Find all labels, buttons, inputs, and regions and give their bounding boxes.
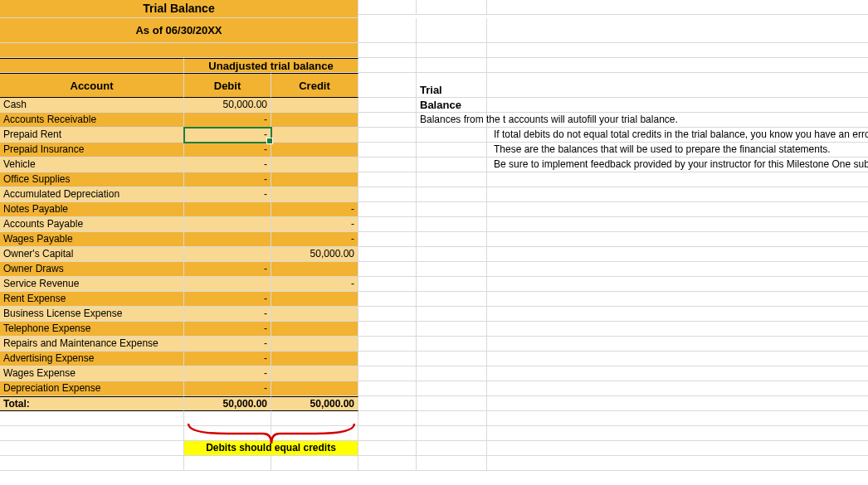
- empty-cell[interactable]: [417, 381, 487, 396]
- empty-cell[interactable]: [487, 366, 868, 381]
- empty-cell[interactable]: [358, 262, 417, 277]
- debit-cell[interactable]: -: [184, 113, 271, 128]
- account-name[interactable]: Wages Expense: [0, 366, 184, 381]
- debit-cell[interactable]: -: [184, 352, 271, 366]
- account-name[interactable]: Depreciation Expense: [0, 381, 184, 396]
- empty-cell[interactable]: [417, 307, 487, 322]
- empty-cell[interactable]: [271, 426, 358, 441]
- credit-cell[interactable]: [271, 307, 358, 322]
- empty-cell[interactable]: [417, 441, 487, 456]
- empty-cell[interactable]: [358, 0, 417, 15]
- empty-cell[interactable]: [358, 43, 417, 58]
- empty-cell[interactable]: [358, 202, 417, 217]
- empty-cell[interactable]: [487, 187, 868, 202]
- empty-cell[interactable]: [417, 18, 487, 43]
- account-name[interactable]: Notes Payable: [0, 202, 184, 217]
- empty-cell[interactable]: [487, 411, 868, 426]
- empty-cell[interactable]: [358, 441, 417, 456]
- credit-cell[interactable]: [271, 187, 358, 202]
- empty-cell[interactable]: [417, 396, 487, 411]
- empty-cell[interactable]: [358, 158, 417, 172]
- credit-cell[interactable]: [271, 366, 358, 381]
- empty-cell[interactable]: [417, 158, 487, 172]
- account-name[interactable]: Rent Expense: [0, 292, 184, 307]
- empty-cell[interactable]: [487, 247, 868, 262]
- empty-cell[interactable]: [184, 456, 271, 471]
- empty-cell[interactable]: [358, 426, 417, 441]
- empty-cell[interactable]: [487, 18, 868, 43]
- empty-cell[interactable]: [271, 411, 358, 426]
- credit-cell[interactable]: [271, 352, 358, 366]
- debit-cell[interactable]: [184, 202, 271, 217]
- empty-cell[interactable]: [417, 426, 487, 441]
- empty-cell[interactable]: [0, 441, 184, 456]
- empty-cell[interactable]: [417, 337, 487, 352]
- account-name[interactable]: Business License Expense: [0, 307, 184, 322]
- account-name[interactable]: Service Revenue: [0, 277, 184, 292]
- debit-cell[interactable]: -: [184, 381, 271, 396]
- empty-cell[interactable]: [417, 277, 487, 292]
- credit-cell[interactable]: -: [271, 232, 358, 247]
- empty-cell[interactable]: [417, 58, 487, 73]
- empty-cell[interactable]: [358, 352, 417, 366]
- debit-cell[interactable]: -: [184, 337, 271, 352]
- empty-cell[interactable]: [358, 456, 417, 471]
- empty-cell[interactable]: [417, 352, 487, 366]
- debit-cell[interactable]: -: [184, 322, 271, 337]
- empty-cell[interactable]: [417, 172, 487, 187]
- account-name[interactable]: Office Supplies: [0, 172, 184, 187]
- empty-cell[interactable]: [358, 143, 417, 158]
- empty-cell[interactable]: [184, 426, 271, 441]
- empty-cell[interactable]: [487, 322, 868, 337]
- empty-cell[interactable]: [417, 202, 487, 217]
- empty-cell[interactable]: [358, 172, 417, 187]
- debit-cell[interactable]: [184, 277, 271, 292]
- account-name[interactable]: Owner's Capital: [0, 247, 184, 262]
- empty-cell[interactable]: [487, 202, 868, 217]
- debit-cell[interactable]: -: [184, 262, 271, 277]
- debit-cell[interactable]: [184, 247, 271, 262]
- account-name[interactable]: Accounts Receivable: [0, 113, 184, 128]
- empty-cell[interactable]: [358, 411, 417, 426]
- credit-cell[interactable]: -: [271, 217, 358, 232]
- debit-cell[interactable]: 50,000.00: [184, 98, 271, 113]
- credit-cell[interactable]: [271, 262, 358, 277]
- empty-cell[interactable]: [487, 337, 868, 352]
- debit-cell[interactable]: -: [184, 172, 271, 187]
- empty-cell[interactable]: [417, 43, 487, 58]
- empty-cell[interactable]: [358, 247, 417, 262]
- credit-cell[interactable]: [271, 143, 358, 158]
- empty-cell[interactable]: [271, 456, 358, 471]
- empty-cell[interactable]: [358, 381, 417, 396]
- empty-cell[interactable]: [358, 292, 417, 307]
- empty-cell[interactable]: [358, 232, 417, 247]
- account-name[interactable]: Owner Draws: [0, 262, 184, 277]
- empty-cell[interactable]: [487, 277, 868, 292]
- account-name[interactable]: Wages Payable: [0, 232, 184, 247]
- empty-cell[interactable]: [487, 232, 868, 247]
- empty-cell[interactable]: [417, 143, 487, 158]
- empty-cell[interactable]: [358, 58, 417, 73]
- empty-cell[interactable]: [417, 232, 487, 247]
- empty-cell[interactable]: [358, 396, 417, 411]
- empty-cell[interactable]: [358, 18, 417, 43]
- empty-cell[interactable]: [417, 217, 487, 232]
- empty-cell[interactable]: [487, 43, 868, 58]
- empty-cell[interactable]: [0, 456, 184, 471]
- debit-cell[interactable]: -: [184, 366, 271, 381]
- empty-cell[interactable]: [487, 172, 868, 187]
- empty-cell[interactable]: [487, 0, 868, 15]
- credit-cell[interactable]: [271, 337, 358, 352]
- account-name[interactable]: Repairs and Maintenance Expense: [0, 337, 184, 352]
- empty-cell[interactable]: [358, 187, 417, 202]
- empty-cell[interactable]: [358, 307, 417, 322]
- credit-cell[interactable]: [271, 158, 358, 172]
- empty-cell[interactable]: [417, 322, 487, 337]
- credit-cell[interactable]: -: [271, 202, 358, 217]
- empty-cell[interactable]: [487, 456, 868, 471]
- empty-cell[interactable]: [487, 307, 868, 322]
- empty-cell[interactable]: [487, 426, 868, 441]
- account-name[interactable]: Accumulated Depreciation: [0, 187, 184, 202]
- empty-cell[interactable]: [0, 426, 184, 441]
- debit-cell[interactable]: -: [184, 292, 271, 307]
